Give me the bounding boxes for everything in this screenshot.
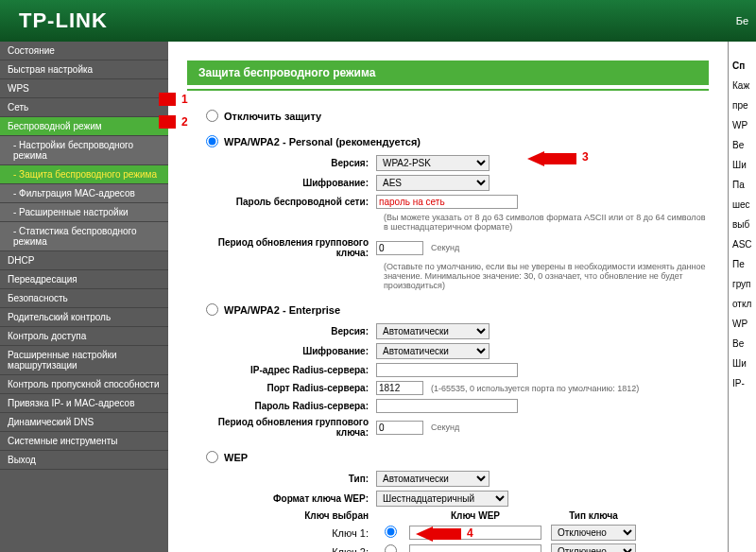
marker-1-num: 1 [181,93,188,106]
wep-key-label: Ключ 1: [282,527,376,539]
wep-key-radio-1[interactable] [385,526,397,538]
wep-format-label: Формат ключа WEP: [187,493,376,504]
wep-type-header: Тип ключа [546,510,641,521]
enterprise-title: WPA/WPA2 - Enterprise [224,304,340,316]
help-fragment: Ве [732,338,752,349]
personal-encryption-select[interactable]: AES [376,175,490,191]
help-fragment: ASC [732,239,752,250]
sidebar-item-14[interactable]: Контроль доступа [0,327,168,346]
sidebar-item-15[interactable]: Расширенные настройки маршрутизации [0,346,168,375]
radius-ip-label: IP-адрес Radius-сервера: [187,365,376,375]
ent-encryption-select[interactable]: Автоматически [376,343,490,359]
ent-version-select[interactable]: Автоматически [376,323,490,339]
ent-group-label: Период обновления группового ключа: [187,417,376,438]
ent-group-input[interactable] [376,421,423,435]
version-label: Версия: [187,158,376,168]
wep-type-label: Тип: [187,474,376,484]
sidebar-item-19[interactable]: Системные инструменты [0,432,168,451]
sidebar-item-18[interactable]: Динамический DNS [0,413,168,432]
help-fragment: выб [732,219,752,230]
sidebar-item-8[interactable]: - Расширенные настройки [0,203,168,222]
sidebar-item-20[interactable]: Выход [0,451,168,470]
ent-group-unit: Секунд [431,423,459,432]
help-fragment: WP [732,319,752,329]
wep-type-select[interactable]: Автоматически [376,471,490,487]
sidebar-item-12[interactable]: Безопасность [0,289,168,308]
sidebar-item-10[interactable]: DHCP [0,251,168,270]
help-fragment: Ши [732,160,752,170]
marker-1-block [159,93,176,106]
main-content: 1 2 3 4 Защита беспроводного режима Откл… [168,42,728,552]
ent-version-label: Версия: [187,326,376,336]
group-hint: (Оставьте по умолчанию, если вы не увере… [384,262,709,290]
enterprise-radio[interactable] [206,303,218,316]
sidebar-item-6[interactable]: - Защита беспроводного режима [0,165,168,184]
help-fragment: Па [732,180,752,190]
marker-2-block [159,115,176,129]
help-fragment: шес [732,199,752,210]
radius-port-label: Порт Radius-сервера: [187,383,376,393]
wep-selected-header: Ключ выбран [282,510,376,521]
wep-format-select[interactable]: Шестнадцатеричный [376,491,508,507]
group-key-label: Период обновления группового ключа: [187,237,376,258]
help-fragment: WP [732,120,752,130]
sidebar-item-3[interactable]: Сеть [0,98,168,117]
sidebar: СостояниеБыстрая настройкаWPSСетьБеспров… [0,42,168,552]
marker-4-arrow-head [416,526,433,542]
password-hint: (Вы можете указать от 8 до 63 символов ф… [384,213,709,232]
encryption-label: Шифрование: [187,178,376,188]
group-unit: Секунд [431,243,459,252]
wep-key-label: Ключ 2: [282,546,376,553]
wep-key-input-2[interactable] [409,544,541,552]
help-panel: СпКажпреWPВеШиПашесвыбASCПегрупотклWPВеШ… [728,42,756,552]
personal-group-input[interactable] [376,241,423,255]
help-fragment: Сп [732,60,752,71]
wep-title: WEP [224,452,248,463]
sidebar-item-17[interactable]: Привязка IP- и MAC-адресов [0,394,168,413]
sidebar-item-1[interactable]: Быстрая настройка [0,60,168,79]
wep-key-row-1: Ключ 1:Отключено [282,525,709,541]
password-label: Пароль беспроводной сети: [187,197,376,207]
help-fragment: Ве [732,140,752,150]
brand-logo: TP-LINK [19,9,108,33]
help-fragment: Каж [732,80,752,91]
help-fragment: пре [732,100,752,111]
radius-port-input[interactable] [376,381,423,395]
sidebar-item-16[interactable]: Контроль пропускной способности [0,375,168,394]
sidebar-item-9[interactable]: - Статистика беспроводного режима [0,222,168,251]
help-fragment: Пе [732,259,752,269]
wep-radio[interactable] [206,451,218,463]
personal-version-select[interactable]: WPA2-PSK [376,155,490,171]
wep-key-type-select-1[interactable]: Отключено [551,525,636,541]
divider [187,89,709,91]
sidebar-item-11[interactable]: Переадресация [0,270,168,289]
sidebar-item-13[interactable]: Родительский контроль [0,308,168,327]
disable-label: Отключить защиту [224,111,321,122]
help-fragment: откл [732,299,752,309]
wep-key-radio-2[interactable] [385,544,397,552]
marker-3-num: 3 [582,150,589,164]
help-fragment: груп [732,279,752,289]
header-right: Бе [736,15,756,26]
marker-4-num: 4 [467,526,473,540]
sidebar-item-0[interactable]: Состояние [0,42,168,60]
wep-key-header: Ключ WEP [404,510,546,521]
radius-ip-input[interactable] [376,363,518,377]
radius-port-hint: (1-65535, 0 используется порта по умолча… [431,384,639,393]
help-fragment: Ши [732,358,752,369]
sidebar-item-5[interactable]: - Настройки беспроводного режима [0,136,168,165]
ent-encryption-label: Шифрование: [187,346,376,356]
sidebar-item-4[interactable]: Беспроводной режим [0,117,168,136]
personal-title: WPA/WPA2 - Personal (рекомендуется) [224,136,421,147]
radius-pwd-input[interactable] [376,399,518,413]
disable-radio[interactable] [206,110,218,122]
sidebar-item-7[interactable]: - Фильтрация MAC-адресов [0,184,168,203]
wep-key-row-2: Ключ 2:Отключено [282,543,709,552]
personal-radio[interactable] [206,135,218,147]
wireless-password-input[interactable] [376,195,518,209]
marker-4-arrow-body [433,528,461,540]
wep-key-type-select-2[interactable]: Отключено [551,543,636,552]
marker-2-num: 2 [181,115,188,129]
marker-3-arrow-body [544,153,576,164]
sidebar-item-2[interactable]: WPS [0,79,168,98]
